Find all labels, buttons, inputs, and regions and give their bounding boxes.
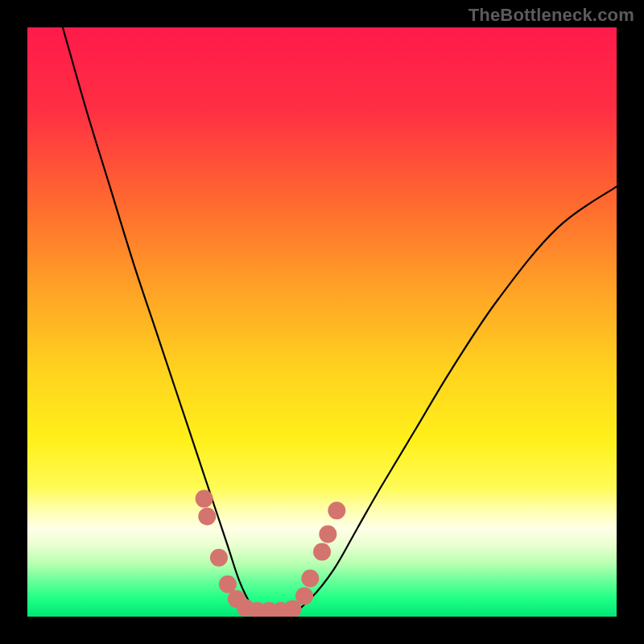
plot-area (27, 27, 617, 617)
watermark-text: TheBottleneck.com (469, 5, 634, 26)
marker-left-cluster-4 (219, 576, 237, 593)
marker-left-cluster-2 (198, 508, 216, 526)
chart-svg (27, 27, 617, 617)
marker-right-cluster-5 (328, 502, 345, 519)
outer-frame: TheBottleneck.com (0, 0, 644, 644)
curve-bottleneck-curve (63, 27, 617, 617)
marker-right-cluster-3 (313, 543, 331, 560)
marker-left-cluster-3 (210, 549, 228, 567)
marker-left-cluster-1 (196, 490, 213, 508)
marker-right-cluster-2 (301, 569, 319, 587)
marker-right-cluster-1 (295, 587, 313, 605)
marker-right-cluster-4 (319, 526, 336, 543)
